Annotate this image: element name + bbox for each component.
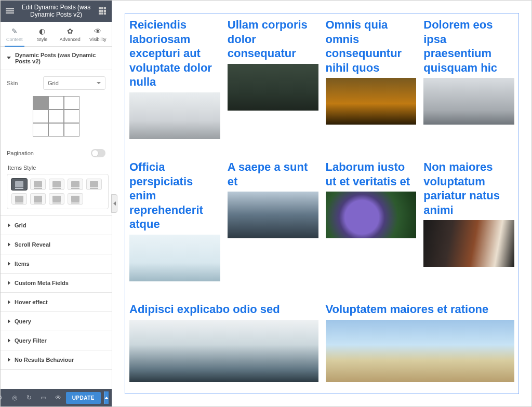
update-options-button[interactable] bbox=[104, 391, 109, 404]
items-style-option-6[interactable] bbox=[11, 193, 27, 205]
skin-label: Skin bbox=[7, 80, 43, 86]
pagination-toggle[interactable] bbox=[91, 149, 105, 157]
history-icon[interactable]: ↻ bbox=[24, 393, 34, 402]
field-pagination: Pagination bbox=[7, 145, 105, 159]
post-image[interactable] bbox=[326, 320, 515, 382]
gear-icon: ✿ bbox=[57, 27, 83, 35]
pagination-label: Pagination bbox=[7, 150, 34, 156]
items-style-option-9[interactable] bbox=[68, 193, 83, 205]
section-label: No Results Behaviour bbox=[15, 357, 74, 363]
post-card: Omnis quia omnis consequuntur nihil quos bbox=[326, 18, 417, 151]
sidebar-collapse-handle[interactable] bbox=[111, 194, 117, 213]
tab-style[interactable]: ◐Style bbox=[29, 22, 57, 46]
post-title-link[interactable]: Ullam corporis dolor consequatur bbox=[228, 18, 318, 61]
tab-advanced[interactable]: ✿Advanced bbox=[56, 22, 84, 46]
items-style-option-8[interactable] bbox=[49, 193, 64, 205]
navigator-icon[interactable]: ◎ bbox=[10, 393, 19, 402]
section-label: Items bbox=[15, 261, 30, 267]
post-image[interactable] bbox=[129, 92, 220, 139]
post-card: Adipisci explicabo odio sed bbox=[129, 302, 318, 394]
skin-select[interactable]: Grid bbox=[43, 76, 105, 90]
section-custom-meta-fields[interactable]: Custom Meta Fields bbox=[1, 274, 112, 293]
sidebar-footer: ⚙ ◎ ↻ ▭ 👁 UPDATE bbox=[1, 389, 112, 406]
post-image[interactable] bbox=[228, 192, 318, 238]
section-dynamic-posts-header[interactable]: Dynamic Posts (was Dynamic Posts v2) bbox=[1, 47, 112, 70]
chevron-right-icon bbox=[8, 281, 10, 285]
post-title-link[interactable]: Voluptatem maiores et ratione bbox=[326, 302, 515, 317]
post-title-link[interactable]: Reiciendis laboriosam excepturi aut volu… bbox=[129, 18, 220, 89]
post-title-link[interactable]: Omnis quia omnis consequuntur nihil quos bbox=[326, 18, 417, 75]
section-query-filter[interactable]: Query Filter bbox=[1, 331, 112, 350]
tab-visibility[interactable]: 👁Visibility bbox=[84, 22, 112, 46]
post-title-link[interactable]: Adipisci explicabo odio sed bbox=[129, 302, 318, 317]
items-style-option-7[interactable] bbox=[30, 193, 46, 205]
post-title-link[interactable]: Dolorem eos ipsa praesentium quisquam hi… bbox=[423, 18, 514, 75]
chevron-right-icon bbox=[8, 338, 10, 343]
contrast-icon: ◐ bbox=[30, 27, 56, 35]
post-card: Voluptatem maiores et ratione bbox=[326, 302, 515, 394]
items-style-option-5[interactable] bbox=[86, 179, 102, 190]
post-card: Reiciendis laboriosam excepturi aut volu… bbox=[129, 18, 220, 151]
items-style-option-4[interactable] bbox=[68, 179, 83, 190]
chevron-right-icon bbox=[8, 358, 10, 362]
tab-label: Advanced bbox=[60, 37, 81, 42]
menu-button[interactable] bbox=[5, 6, 15, 16]
collapsed-sections: Grid Scroll Reveal Items Custom Meta Fie… bbox=[1, 215, 112, 370]
post-title-link[interactable]: Non maiores voluptatum pariatur natus an… bbox=[423, 160, 514, 217]
eye-icon: 👁 bbox=[85, 27, 111, 35]
post-card: Ullam corporis dolor consequatur bbox=[228, 18, 318, 151]
post-image[interactable] bbox=[326, 192, 417, 238]
chevron-right-icon bbox=[8, 242, 10, 247]
grid-layout-preview[interactable] bbox=[33, 96, 79, 137]
section-items[interactable]: Items bbox=[1, 254, 112, 274]
section-no-results-behaviour[interactable]: No Results Behaviour bbox=[1, 350, 112, 370]
items-style-option-3[interactable] bbox=[49, 179, 64, 190]
post-title-link[interactable]: A saepe a sunt et bbox=[228, 160, 318, 188]
skin-value: Grid bbox=[48, 80, 59, 86]
tab-label: Visibility bbox=[89, 37, 106, 42]
tab-label: Style bbox=[37, 37, 47, 42]
pencil-icon: ✎ bbox=[2, 27, 28, 35]
post-card: Non maiores voluptatum pariatur natus an… bbox=[423, 160, 514, 293]
section-query[interactable]: Query bbox=[1, 312, 112, 331]
editor-sidebar: Edit Dynamic Posts (was Dynamic Posts v2… bbox=[1, 1, 112, 406]
post-card: Dolorem eos ipsa praesentium quisquam hi… bbox=[423, 18, 514, 151]
section-dynamic-posts-body: Skin Grid Pagination Items Style bbox=[1, 70, 112, 215]
section-label: Query bbox=[15, 318, 31, 324]
post-image[interactable] bbox=[129, 320, 318, 382]
tab-label: Content bbox=[6, 37, 23, 42]
settings-icon[interactable]: ⚙ bbox=[0, 393, 5, 402]
chevron-down-icon bbox=[7, 57, 11, 59]
section-hover-effect[interactable]: Hover effect bbox=[1, 293, 112, 312]
section-grid[interactable]: Grid bbox=[1, 216, 112, 235]
chevron-right-icon bbox=[8, 262, 10, 266]
tab-content[interactable]: ✎Content bbox=[1, 22, 29, 46]
post-image[interactable] bbox=[129, 235, 220, 281]
field-skin: Skin Grid bbox=[7, 76, 105, 90]
post-image[interactable] bbox=[423, 78, 514, 125]
post-image[interactable] bbox=[326, 78, 417, 125]
chevron-right-icon bbox=[8, 223, 10, 227]
sidebar-header: Edit Dynamic Posts (was Dynamic Posts v2… bbox=[1, 1, 112, 22]
post-image[interactable] bbox=[423, 220, 514, 267]
update-button[interactable]: UPDATE bbox=[66, 392, 101, 404]
preview-icon[interactable]: 👁 bbox=[54, 393, 63, 402]
section-label: Custom Meta Fields bbox=[15, 280, 69, 286]
apps-icon[interactable] bbox=[97, 6, 108, 16]
items-style-label: Items Style bbox=[8, 165, 105, 171]
section-label: Hover effect bbox=[15, 299, 48, 305]
items-style-option-2[interactable] bbox=[30, 179, 46, 190]
post-image[interactable] bbox=[228, 64, 318, 111]
widget-dynamic-posts[interactable]: Reiciendis laboriosam excepturi aut volu… bbox=[125, 13, 519, 394]
section-label: Scroll Reveal bbox=[15, 241, 50, 248]
responsive-icon[interactable]: ▭ bbox=[39, 393, 48, 402]
post-card: Officia perspiciatis enim reprehenderit … bbox=[129, 160, 220, 293]
chevron-right-icon bbox=[8, 300, 10, 304]
section-title: Dynamic Posts (was Dynamic Posts v2) bbox=[15, 52, 105, 64]
post-title-link[interactable]: Laborum iusto ut et veritatis et bbox=[326, 160, 417, 188]
post-title-link[interactable]: Officia perspiciatis enim reprehenderit … bbox=[129, 160, 220, 232]
section-scroll-reveal[interactable]: Scroll Reveal bbox=[1, 235, 112, 254]
sidebar-body: Dynamic Posts (was Dynamic Posts v2) Ski… bbox=[1, 47, 112, 389]
items-style-option-1[interactable] bbox=[11, 179, 27, 190]
preview-canvas: Reiciendis laboriosam excepturi aut volu… bbox=[112, 1, 531, 406]
